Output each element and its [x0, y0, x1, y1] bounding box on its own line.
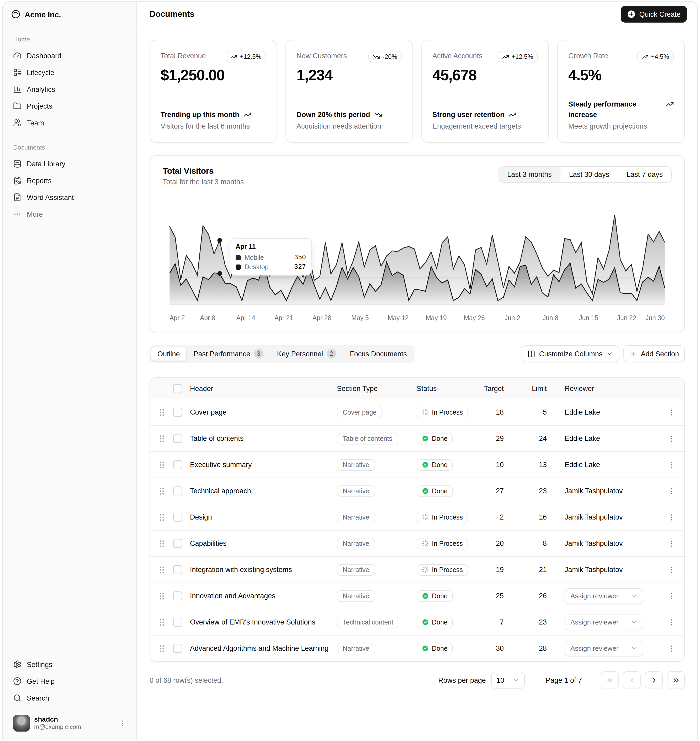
sidebar-item-analytics[interactable]: Analytics — [9, 81, 130, 98]
chart-area[interactable]: Apr 2Apr 8Apr 14Apr 21Apr 28May 5May 12M… — [163, 195, 672, 326]
target-cell[interactable]: 10 — [469, 461, 511, 469]
row-actions-button[interactable] — [659, 539, 684, 548]
tooltip-date: Apr 11 — [235, 243, 306, 250]
limit-cell[interactable]: 5 — [511, 408, 554, 416]
limit-cell[interactable]: 13 — [511, 461, 554, 469]
sidebar-item-data-library[interactable]: Data Library — [9, 155, 130, 172]
drag-handle-icon[interactable] — [150, 592, 173, 600]
row-actions-button[interactable] — [659, 592, 684, 600]
limit-cell[interactable]: 23 — [511, 618, 554, 626]
drag-handle-icon[interactable] — [150, 566, 173, 574]
row-actions-button[interactable] — [659, 434, 684, 443]
tab-key-personnel[interactable]: Key Personnel2 — [271, 346, 343, 361]
range-last-7-days[interactable]: Last 7 days — [618, 167, 671, 182]
add-section-button[interactable]: Add Section — [624, 345, 685, 362]
next-page-button[interactable] — [645, 671, 663, 689]
target-cell[interactable]: 20 — [469, 540, 511, 547]
target-cell[interactable]: 7 — [469, 618, 511, 626]
assign-reviewer-select[interactable]: Assign reviewer — [565, 614, 643, 630]
drag-handle-icon[interactable] — [150, 408, 173, 416]
drag-handle-icon[interactable] — [150, 513, 173, 521]
row-actions-button[interactable] — [659, 408, 684, 416]
previous-page-button[interactable] — [623, 671, 641, 689]
row-header-cell[interactable]: Capabilities — [190, 540, 337, 547]
assign-reviewer-select[interactable]: Assign reviewer — [565, 588, 643, 604]
row-header-cell[interactable]: Integration with existing systems — [190, 566, 337, 573]
row-checkbox[interactable] — [173, 644, 182, 653]
sidebar-item-projects[interactable]: Projects — [9, 98, 130, 115]
target-cell[interactable]: 2 — [469, 513, 511, 521]
row-actions-button[interactable] — [659, 487, 684, 495]
drag-handle-icon[interactable] — [150, 434, 173, 443]
row-header-cell[interactable]: Technical approach — [190, 487, 337, 495]
sidebar-item-team[interactable]: Team — [9, 115, 130, 131]
row-header-cell[interactable]: Design — [190, 513, 337, 521]
drag-handle-icon[interactable] — [150, 460, 173, 469]
sidebar-section-label: Home — [9, 32, 130, 47]
sidebar-item-settings[interactable]: Settings — [9, 656, 130, 673]
drag-handle-icon[interactable] — [150, 644, 173, 653]
target-cell[interactable]: 18 — [469, 408, 511, 416]
sidebar-item-lifecycle[interactable]: Lifecycle — [9, 64, 130, 81]
limit-cell[interactable]: 23 — [511, 487, 554, 495]
sidebar-item-more[interactable]: More — [9, 206, 130, 222]
rows-per-page-select[interactable]: 10 — [491, 672, 525, 688]
assign-reviewer-select[interactable]: Assign reviewer — [565, 641, 643, 656]
row-checkbox[interactable] — [173, 460, 182, 469]
tab-past-performance[interactable]: Past Performance3 — [187, 346, 270, 361]
row-checkbox[interactable] — [173, 513, 182, 522]
user-menu[interactable]: shadcn m@example.com — [9, 712, 130, 735]
brand-logo-icon — [11, 9, 21, 19]
row-checkbox[interactable] — [173, 591, 182, 600]
quick-create-button[interactable]: Quick Create — [621, 6, 687, 22]
sidebar-item-get-help[interactable]: Get Help — [9, 673, 130, 690]
limit-cell[interactable]: 8 — [511, 540, 554, 547]
limit-cell[interactable]: 16 — [511, 513, 554, 521]
workspace-switcher[interactable]: Acme Inc. — [3, 1, 137, 27]
tab-outline[interactable]: Outline — [151, 347, 186, 360]
row-actions-button[interactable] — [659, 644, 684, 653]
limit-cell[interactable]: 24 — [511, 435, 554, 443]
row-header-cell[interactable]: Cover page — [190, 408, 337, 416]
target-cell[interactable]: 27 — [469, 487, 511, 495]
row-checkbox[interactable] — [173, 434, 182, 443]
ellipsis-vertical-icon[interactable] — [119, 719, 126, 727]
sidebar-item-word-assistant[interactable]: Word Assistant — [9, 189, 130, 206]
row-checkbox[interactable] — [173, 618, 182, 626]
customize-columns-button[interactable]: Customize Columns — [522, 345, 619, 362]
target-cell[interactable]: 25 — [469, 592, 511, 600]
trend-down-icon — [373, 53, 380, 60]
tab-focus-documents[interactable]: Focus Documents — [343, 347, 413, 360]
check-circle-icon — [422, 593, 429, 599]
row-actions-button[interactable] — [659, 618, 684, 626]
range-last-3-months[interactable]: Last 3 months — [499, 167, 560, 182]
first-page-button[interactable] — [601, 671, 619, 689]
sidebar-item-dashboard[interactable]: Dashboard — [9, 47, 130, 64]
row-actions-button[interactable] — [659, 513, 684, 521]
limit-cell[interactable]: 21 — [511, 566, 554, 573]
target-cell[interactable]: 19 — [469, 566, 511, 573]
row-header-cell[interactable]: Table of contents — [190, 435, 337, 443]
drag-handle-icon[interactable] — [150, 487, 173, 495]
row-header-cell[interactable]: Innovation and Advantages — [190, 592, 337, 600]
row-checkbox[interactable] — [173, 539, 182, 548]
range-last-30-days[interactable]: Last 30 days — [560, 167, 618, 182]
select-all-checkbox[interactable] — [173, 384, 182, 393]
row-actions-button[interactable] — [659, 566, 684, 574]
sidebar-item-reports[interactable]: Reports — [9, 172, 130, 189]
row-checkbox[interactable] — [173, 487, 182, 495]
row-header-cell[interactable]: Advanced Algorithms and Machine Learning — [190, 644, 337, 652]
row-header-cell[interactable]: Executive summary — [190, 461, 337, 469]
row-checkbox[interactable] — [173, 408, 182, 417]
limit-cell[interactable]: 26 — [511, 592, 554, 600]
last-page-button[interactable] — [667, 671, 685, 689]
target-cell[interactable]: 29 — [469, 435, 511, 443]
limit-cell[interactable]: 28 — [511, 644, 554, 652]
row-actions-button[interactable] — [659, 460, 684, 469]
row-header-cell[interactable]: Overview of EMR's Innovative Solutions — [190, 618, 337, 626]
sidebar-item-search[interactable]: Search — [9, 690, 130, 706]
target-cell[interactable]: 30 — [469, 644, 511, 652]
drag-handle-icon[interactable] — [150, 539, 173, 548]
drag-handle-icon[interactable] — [150, 618, 173, 626]
row-checkbox[interactable] — [173, 565, 182, 574]
